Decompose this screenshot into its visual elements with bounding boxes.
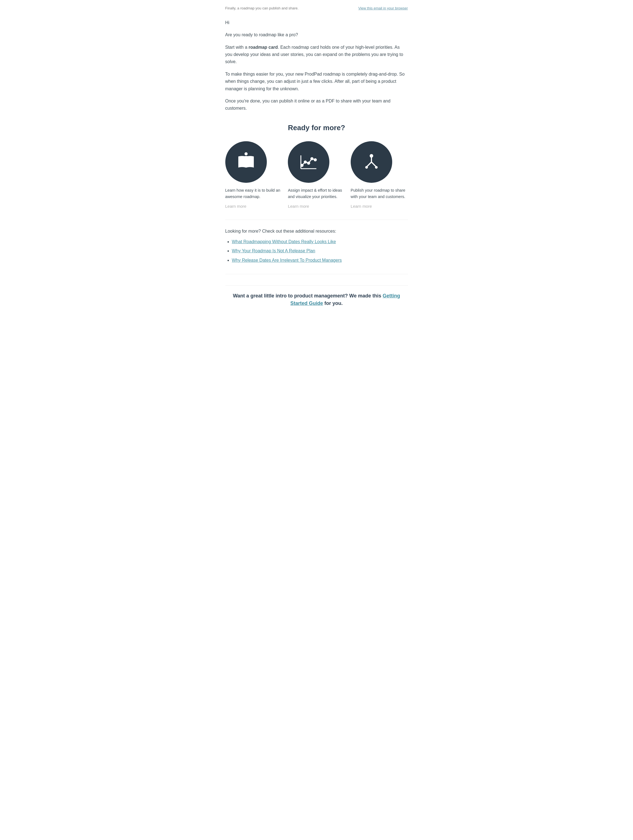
list-item-3: Why Release Dates Are Irrelevant To Prod… [232, 257, 408, 264]
card-publish-roadmap: Publish your roadmap to share with your … [351, 141, 408, 210]
card-1-desc: Learn how easy it is to build an awesome… [225, 187, 283, 200]
svg-point-7 [304, 161, 306, 163]
svg-point-6 [301, 164, 303, 166]
browser-link[interactable]: View this email in your browser [358, 6, 408, 11]
divider-2 [225, 274, 408, 274]
list-item-1: What Roadmapping Without Dates Really Lo… [232, 238, 408, 245]
resources-section: Looking for more? Check out these additi… [225, 227, 408, 264]
card-icon-circle-2 [288, 141, 329, 183]
svg-line-13 [367, 162, 372, 167]
cards-row: Learn how easy it is to build an awesome… [225, 141, 408, 210]
card-3-desc: Publish your roadmap to share with your … [351, 187, 408, 200]
paragraph-3: To make things easier for you, your new … [225, 71, 408, 93]
resources-intro: Looking for more? Check out these additi… [225, 227, 408, 235]
card-icon-circle-3 [351, 141, 392, 183]
paragraph-1: Are you ready to roadmap like a pro? [225, 31, 408, 38]
card-assign-impact: Assign impact & effort to ideas and visu… [288, 141, 345, 210]
cta-section: Want a great little intro to product man… [225, 285, 408, 307]
list-item-2: Why Your Roadmap Is Not A Release Plan [232, 247, 408, 254]
ready-section-title: Ready for more? [225, 122, 408, 134]
resources-list: What Roadmapping Without Dates Really Lo… [225, 238, 408, 264]
roadmap-icon [361, 151, 383, 173]
cta-text-before: Want a great little intro to product man… [233, 293, 383, 298]
paragraph-2: Start with a roadmap card. Each roadmap … [225, 44, 408, 66]
learn-more-3[interactable]: Learn more [351, 203, 372, 210]
resource-link-2[interactable]: Why Your Roadmap Is Not A Release Plan [232, 248, 315, 253]
cta-text-after: for you. [323, 300, 343, 306]
paragraph-4: Once you're done, you can publish it onl… [225, 98, 408, 112]
chart-icon [298, 151, 320, 173]
svg-point-15 [365, 166, 368, 169]
svg-line-14 [372, 162, 376, 167]
book-icon [235, 151, 257, 173]
divider-1 [225, 219, 408, 220]
top-bar: Finally, a roadmap you can publish and s… [225, 6, 408, 11]
tagline: Finally, a roadmap you can publish and s… [225, 6, 299, 11]
card-icon-circle-1 [225, 141, 267, 183]
learn-more-1[interactable]: Learn more [225, 203, 247, 210]
svg-point-8 [307, 162, 310, 164]
svg-point-9 [311, 158, 313, 160]
resource-link-3[interactable]: Why Release Dates Are Irrelevant To Prod… [232, 258, 342, 262]
card-2-desc: Assign impact & effort to ideas and visu… [288, 187, 345, 200]
svg-point-10 [314, 159, 316, 161]
svg-point-16 [375, 166, 378, 169]
resource-link-1[interactable]: What Roadmapping Without Dates Really Lo… [232, 239, 336, 244]
learn-more-2[interactable]: Learn more [288, 203, 309, 210]
svg-point-1 [244, 152, 247, 155]
svg-rect-0 [245, 156, 247, 167]
greeting: Hi [225, 19, 408, 26]
card-build-roadmap: Learn how easy it is to build an awesome… [225, 141, 283, 210]
cta-text: Want a great little intro to product man… [225, 292, 408, 307]
email-wrapper: Finally, a roadmap you can publish and s… [220, 0, 414, 313]
